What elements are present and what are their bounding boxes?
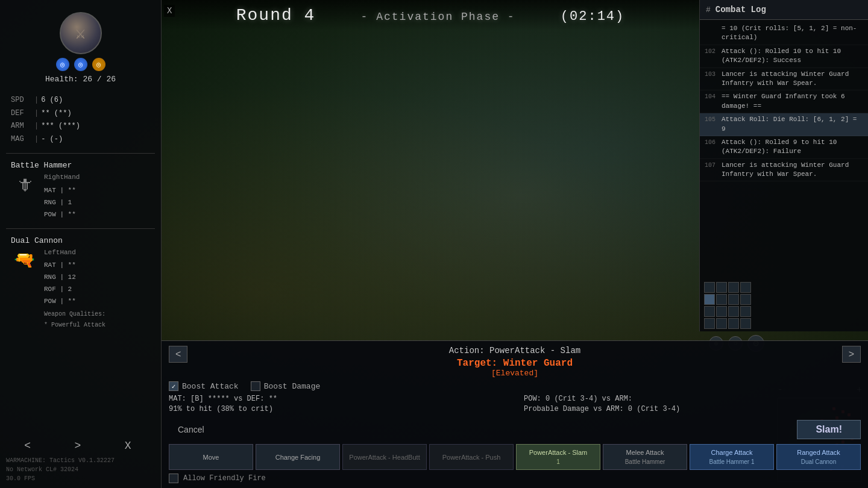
ctrl-cell-8[interactable] bbox=[740, 294, 751, 305]
status-icons: ◎ ◎ ◎ bbox=[56, 58, 105, 71]
ctrl-cell-9[interactable] bbox=[704, 306, 715, 317]
weapon-hand-hammer: RightHand bbox=[44, 172, 80, 184]
attack-mat: MAT: [B] ***** vs DEF: ** bbox=[169, 395, 506, 403]
ctrl-cell-4[interactable] bbox=[740, 282, 751, 293]
status-icon-gold: ◎ bbox=[92, 58, 105, 71]
ctrl-cell-1[interactable] bbox=[704, 282, 715, 293]
weapon-pow-cannon: POW | ** bbox=[44, 296, 105, 308]
weapon-rof: ROF | 2 bbox=[44, 284, 105, 296]
weapon-hand-cannon: LeftHand bbox=[44, 247, 105, 259]
ctrl-cell-6[interactable] bbox=[716, 294, 727, 305]
status-icon-blue2: ◎ bbox=[74, 58, 87, 71]
log-num: 105 bbox=[705, 115, 722, 134]
boost-attack-checkbox[interactable]: ✓ bbox=[169, 381, 178, 391]
close-button[interactable]: X bbox=[164, 5, 175, 17]
boost-damage-checkbox[interactable] bbox=[251, 381, 260, 391]
weapon-rng-cannon: RNG | 12 bbox=[44, 272, 105, 284]
weapon-pow-hammer: POW | ** bbox=[44, 209, 80, 221]
round-number: 4 bbox=[304, 6, 316, 25]
boost-damage-label: Boost Damage bbox=[264, 382, 321, 391]
log-text: Attack Roll: Die Roll: [6, 1, 2] = 9 bbox=[722, 115, 863, 134]
ability-btn-5[interactable]: Melee AttackBattle Hammer bbox=[603, 444, 687, 470]
weapon-qualities: Weapon Qualities:* Powerful Attack bbox=[44, 309, 105, 331]
weapon-name-cannon: Dual Cannon bbox=[11, 236, 150, 245]
log-entry: 107Lancer is attacking Winter Guard Infa… bbox=[700, 159, 868, 182]
ctrl-cell-2[interactable] bbox=[716, 282, 727, 293]
ability-btn-0[interactable]: Move bbox=[169, 444, 253, 470]
log-text: Attack (): Rolled 10 to hit 10 (ATK2/DEF… bbox=[722, 47, 863, 66]
slam-button[interactable]: Slam! bbox=[797, 420, 861, 439]
ability-btn-4[interactable]: PowerAttack - Slam1 bbox=[516, 444, 600, 470]
attack-pow: POW: 0 (Crit 3-4) vs ARM: bbox=[524, 395, 861, 403]
log-entry: = 10 (Crit rolls: [5, 1, 2] = non-critic… bbox=[700, 22, 868, 45]
log-text: = 10 (Crit rolls: [5, 1, 2] = non-critic… bbox=[722, 24, 863, 43]
action-nav-right: > bbox=[842, 346, 861, 363]
nav-arrows: < > X bbox=[24, 440, 137, 452]
ctrl-cell-10[interactable] bbox=[716, 306, 727, 317]
action-buttons-row: Cancel Slam! bbox=[169, 420, 861, 439]
nav-close-btn[interactable]: X bbox=[125, 440, 137, 452]
ability-btn-7[interactable]: Ranged AttackDual Cannon bbox=[776, 444, 861, 470]
action-panel: < Action: PowerAttack - Slam Target: Win… bbox=[162, 340, 868, 488]
attack-col-right: POW: 0 (Crit 3-4) vs ARM: Probable Damag… bbox=[524, 395, 861, 415]
nav-section: < > X bbox=[0, 434, 162, 458]
log-num: 103 bbox=[705, 70, 722, 89]
log-title: Combat Log bbox=[715, 5, 766, 14]
log-num: 107 bbox=[705, 161, 722, 180]
ctrl-cell-7[interactable] bbox=[728, 294, 739, 305]
weapon-battle-hammer: Battle Hammer 🗡 RightHand MAT | ** RNG |… bbox=[6, 158, 155, 223]
weapon-mat: MAT | ** bbox=[44, 185, 80, 197]
log-entry: 106Attack (): Rolled 9 to hit 10 (ATK2/D… bbox=[700, 136, 868, 159]
log-entry: 104== Winter Guard Infantry took 6 damag… bbox=[700, 90, 868, 113]
stat-def: DEF | ** (**) bbox=[11, 107, 150, 120]
ctrl-cell-16[interactable] bbox=[740, 318, 751, 329]
ctrl-cell-15[interactable] bbox=[728, 318, 739, 329]
log-text: Attack (): Rolled 9 to hit 10 (ATK2/DEF2… bbox=[722, 138, 863, 157]
weapon-details-hammer: 🗡 RightHand MAT | ** RNG | 1 POW | ** bbox=[11, 172, 150, 221]
phase-label: - Activation Phase - bbox=[361, 11, 515, 23]
action-nav-prev[interactable]: < bbox=[169, 346, 187, 363]
ctrl-cell-3[interactable] bbox=[728, 282, 739, 293]
attack-col-left: MAT: [B] ***** vs DEF: ** 91% to hit (38… bbox=[169, 395, 506, 415]
timer-display: (02:14) bbox=[561, 9, 624, 24]
log-entry: 105Attack Roll: Die Roll: [6, 1, 2] = 9 bbox=[700, 113, 868, 136]
stat-arm: ARM | *** (***) bbox=[11, 120, 150, 133]
allow-fire-checkbox[interactable] bbox=[169, 474, 178, 483]
ctrl-cell-11[interactable] bbox=[728, 306, 739, 317]
weapon-stats-hammer: RightHand MAT | ** RNG | 1 POW | ** bbox=[44, 172, 80, 221]
boost-attack-item[interactable]: ✓ Boost Attack bbox=[169, 381, 239, 391]
weapon-details-cannon: 🔫 LeftHand RAT | ** RNG | 12 ROF | 2 POW… bbox=[11, 247, 150, 331]
ctrl-cell-14[interactable] bbox=[716, 318, 727, 329]
stat-spd: SPD | 6 (6) bbox=[11, 94, 150, 107]
nav-prev-btn[interactable]: < bbox=[24, 440, 49, 452]
weapon-rng-hammer: RNG | 1 bbox=[44, 197, 80, 209]
action-content: < Action: PowerAttack - Slam Target: Win… bbox=[162, 340, 868, 488]
weapon-rat: RAT | ** bbox=[44, 260, 105, 272]
weapon-icon-cannon: 🔫 bbox=[11, 250, 38, 271]
log-num: 106 bbox=[705, 138, 722, 157]
weapon-stats-cannon: LeftHand RAT | ** RNG | 12 ROF | 2 POW |… bbox=[44, 247, 105, 331]
divider-2 bbox=[6, 228, 155, 229]
ctrl-cell-5[interactable] bbox=[704, 294, 715, 305]
boost-damage-item[interactable]: Boost Damage bbox=[251, 381, 321, 391]
ability-btn-6[interactable]: Charge AttackBattle Hammer 1 bbox=[690, 444, 774, 470]
log-hash: # bbox=[706, 5, 711, 14]
action-nav-next[interactable]: > bbox=[842, 346, 861, 363]
health-display: Health: 26 / 26 bbox=[45, 75, 116, 84]
divider-1 bbox=[6, 153, 155, 154]
ability-btn-1[interactable]: Change Facing bbox=[256, 444, 340, 470]
allow-fire-row: Allow Friendly Fire bbox=[169, 474, 861, 483]
log-text: Lancer is attacking Winter Guard Infantr… bbox=[722, 70, 863, 89]
left-panel: ⚔ ◎ ◎ ◎ Health: 26 / 26 SPD | 6 (6) DEF … bbox=[0, 0, 162, 488]
cancel-button[interactable]: Cancel bbox=[169, 422, 213, 437]
ctrl-cell-12[interactable] bbox=[740, 306, 751, 317]
ctrl-cell-13[interactable] bbox=[704, 318, 715, 329]
ability-btn-3: PowerAttack - Push bbox=[429, 444, 514, 470]
log-entry: 102Attack (): Rolled 10 to hit 10 (ATK2/… bbox=[700, 45, 868, 68]
nav-next-btn[interactable]: > bbox=[75, 440, 100, 452]
log-text: Lancer is attacking Winter Guard Infantr… bbox=[722, 161, 863, 180]
boost-section: ✓ Boost Attack Boost Damage bbox=[169, 381, 861, 391]
stat-mag: MAG | - (-) bbox=[11, 133, 150, 146]
attack-probable: Probable Damage vs ARM: 0 (Crit 3-4) bbox=[524, 405, 861, 413]
version-info: WARMACHINE: Tactics V0.1.32227 No Networ… bbox=[6, 456, 115, 483]
